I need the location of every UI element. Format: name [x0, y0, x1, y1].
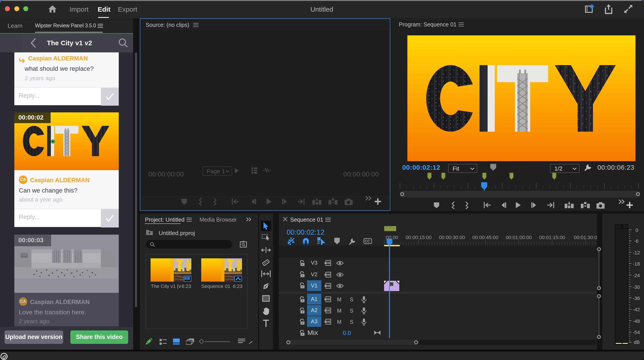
svg-text:CC: CC [365, 239, 370, 243]
